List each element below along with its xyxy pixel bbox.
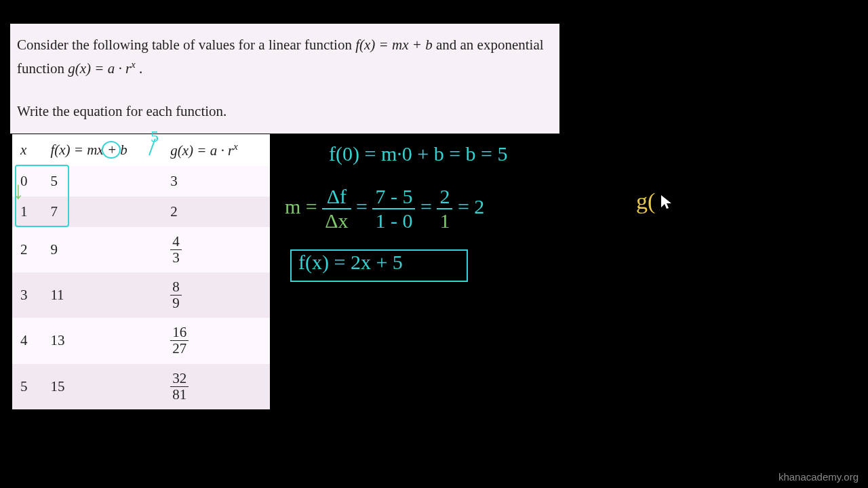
work-slope: m = ΔfΔx = 7 - 51 - 0 = 21 = 2 <box>285 186 484 231</box>
arrow-down-icon: ↓ <box>12 176 24 205</box>
table-row: 2 9 43 <box>12 227 270 272</box>
header-x: x <box>12 134 42 166</box>
table-row: 5 15 3281 <box>12 364 270 409</box>
exp-formula: g(x) = a · rx <box>68 60 135 77</box>
problem-text: . <box>139 60 142 77</box>
linear-formula: f(x) = mx + b <box>355 37 432 53</box>
cursor-icon <box>659 194 674 216</box>
problem-statement: Consider the following table of values f… <box>10 24 559 134</box>
circle-m-annotation <box>102 141 121 159</box>
problem-text: Consider the following table of values f… <box>17 37 355 53</box>
header-gx: g(x) = a · rx <box>162 134 270 166</box>
problem-prompt: Write the equation for each function. <box>17 100 553 123</box>
work-answer: f(x) = 2x + 5 <box>298 251 403 274</box>
work-f0: f(0) = m·0 + b = b = 5 <box>329 142 507 165</box>
table-row: 3 11 89 <box>12 272 270 318</box>
table-row: 4 13 1627 <box>12 318 270 363</box>
watermark: khanacademy.org <box>778 471 859 483</box>
work-g-start: g( <box>636 188 655 214</box>
